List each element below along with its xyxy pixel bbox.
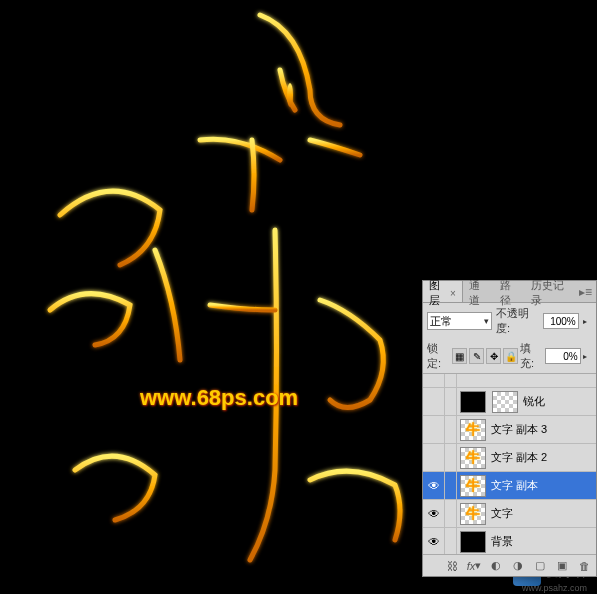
mask-thumbnail[interactable] [492,391,518,413]
lock-brush-icon[interactable]: ✎ [469,348,484,364]
visibility-toggle[interactable]: 👁 [423,500,445,527]
opacity-dropdown-icon[interactable]: ▸ [583,317,592,326]
trash-icon[interactable]: 🗑 [576,559,592,573]
visibility-toggle[interactable] [423,444,445,471]
layer-item[interactable]: 👁 牛 文字 [423,500,596,528]
fx-icon[interactable]: fx▾ [466,559,482,573]
layer-thumbnail[interactable] [460,391,486,413]
lock-transparency-icon[interactable]: ▦ [452,348,467,364]
mask-icon[interactable]: ◐ [488,559,504,573]
layer-thumbnail[interactable] [460,531,486,553]
tab-history[interactable]: 历史记录 [525,281,575,302]
layer-thumbnail[interactable]: 牛 [460,419,486,441]
layer-thumbnail[interactable]: 牛 [460,475,486,497]
visibility-toggle[interactable]: 👁 [423,472,445,499]
watermark-68ps: www.68ps.com [140,385,298,411]
layer-item[interactable]: 牛 文字 副本 2 [423,444,596,472]
brand-url: www.psahz.com [522,583,587,593]
layer-thumbnail[interactable]: 牛 [460,503,486,525]
svg-point-0 [287,83,293,107]
layer-item[interactable]: 牛 文字 副本 3 [423,416,596,444]
eye-icon: 👁 [428,479,440,493]
lock-fill-row: 锁定: ▦ ✎ ✥ 🔒 填充: 0% ▸ [423,339,596,374]
tab-paths[interactable]: 路径 [494,281,525,302]
lock-move-icon[interactable]: ✥ [486,348,501,364]
visibility-toggle[interactable] [423,416,445,443]
layer-thumbnail[interactable]: 牛 [460,447,486,469]
blend-mode-value: 正常 [430,314,452,329]
eye-icon: 👁 [428,507,440,521]
layer-name[interactable]: 背景 [489,534,596,549]
link-layers-icon[interactable]: ⛓ [444,559,460,573]
fill-label: 填充: [520,341,543,371]
eye-icon: 👁 [428,535,440,549]
layer-item[interactable]: 👁 背景 [423,528,596,554]
lock-all-icon[interactable]: 🔒 [503,348,518,364]
layer-name[interactable]: 文字 副本 2 [489,450,596,465]
panel-menu-icon[interactable]: ▸≡ [575,281,596,302]
visibility-toggle[interactable]: 👁 [423,528,445,554]
adjustment-icon[interactable]: ◑ [510,559,526,573]
layer-item[interactable]: 锐化 [423,388,596,416]
layer-name[interactable]: 文字 副本 3 [489,422,596,437]
lock-label: 锁定: [427,341,450,371]
layer-item[interactable]: 👁 牛 文字 副本 [423,472,596,500]
layer-name[interactable]: 文字 [489,506,596,521]
folder-icon[interactable]: ▢ [532,559,548,573]
new-layer-icon[interactable]: ▣ [554,559,570,573]
layers-panel: 图层 通道 路径 历史记录 ▸≡ 正常 不透明度: 100% ▸ 锁定: ▦ ✎… [422,280,597,577]
blend-opacity-row: 正常 不透明度: 100% ▸ [423,303,596,339]
tab-layers[interactable]: 图层 [423,281,463,302]
layer-list: 锐化 牛 文字 副本 3 牛 文字 副本 2 👁 牛 文字 副本 👁 牛 文字 [423,374,596,554]
layer-item[interactable] [423,374,596,388]
layer-name[interactable]: 锐化 [521,394,596,409]
panel-footer: ⛓ fx▾ ◐ ◑ ▢ ▣ 🗑 [423,554,596,576]
visibility-toggle[interactable] [423,388,445,415]
panel-tabs: 图层 通道 路径 历史记录 ▸≡ [423,281,596,303]
fill-dropdown-icon[interactable]: ▸ [583,352,592,361]
blend-mode-select[interactable]: 正常 [427,312,492,330]
layer-name[interactable]: 文字 副本 [489,478,596,493]
opacity-input[interactable]: 100% [543,313,578,329]
tab-channels[interactable]: 通道 [463,281,494,302]
fill-input[interactable]: 0% [545,348,580,364]
opacity-label: 不透明度: [496,306,539,336]
